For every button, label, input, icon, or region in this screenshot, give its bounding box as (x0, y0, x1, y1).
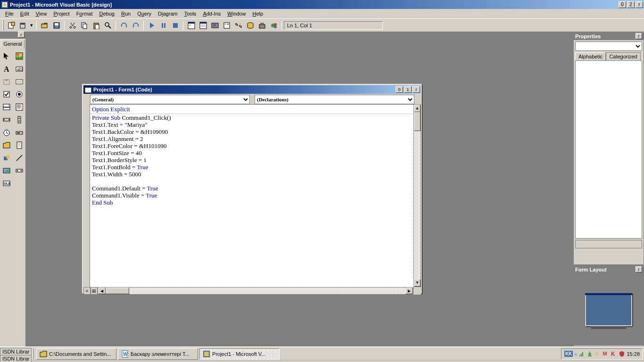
tray-m-icon[interactable]: M (603, 351, 609, 357)
copy-button[interactable] (79, 20, 90, 31)
object-combo[interactable]: (General) (90, 95, 250, 104)
tool-line[interactable] (13, 151, 25, 164)
code-editor[interactable]: Option Explicit Private Sub Command1_Cli… (90, 104, 413, 287)
tool-shape[interactable] (0, 151, 13, 164)
minimize-button[interactable]: 0 (619, 1, 626, 8)
tool-filebox[interactable] (13, 139, 25, 151)
menu-query[interactable]: Query (134, 10, 155, 17)
object-browser-button[interactable] (221, 20, 232, 31)
msdn-tab-1[interactable]: ISDN Librar (0, 348, 32, 355)
tray-signal-icon[interactable] (578, 351, 585, 357)
menu-run[interactable]: Run (118, 10, 134, 17)
hscroll-thumb[interactable] (106, 288, 129, 294)
msdn-tab-2[interactable]: ISDN Librar (0, 355, 32, 362)
tray-clock[interactable]: 15:28 (627, 351, 640, 357)
tool-picturebox[interactable] (13, 49, 25, 62)
open-button[interactable] (39, 20, 50, 31)
toolbox-close-button[interactable]: r (18, 32, 25, 38)
cut-button[interactable] (67, 20, 78, 31)
run-button[interactable] (146, 20, 157, 31)
tool-optionbutton[interactable] (13, 88, 25, 100)
tray-chevron-icon[interactable]: « (574, 351, 577, 357)
scroll-right-button[interactable]: ▶ (405, 288, 413, 294)
procedure-combo[interactable]: (Declarations) (255, 95, 414, 104)
taskbar-item[interactable]: C:\Documents and Settin... (36, 348, 116, 360)
tab-categorized[interactable]: Categorized (606, 52, 640, 60)
properties-window-button[interactable] (198, 20, 208, 31)
code-maximize-button[interactable]: 1 (404, 86, 412, 93)
tool-listbox[interactable] (13, 100, 25, 113)
scroll-down-button[interactable]: ▼ (414, 279, 421, 287)
scroll-thumb[interactable] (414, 112, 421, 131)
menu-diagram[interactable]: Diagram (155, 10, 181, 17)
tool-commandbutton[interactable] (13, 75, 25, 88)
redo-button[interactable] (130, 20, 141, 31)
tool-ole[interactable]: OLE (0, 177, 13, 189)
add-item-dropdown[interactable]: ▾ (29, 20, 34, 31)
new-project-button[interactable] (6, 20, 17, 31)
tool-hscrollbar[interactable] (0, 113, 13, 126)
code-close-button[interactable]: r (413, 86, 420, 93)
undo-button[interactable] (118, 20, 129, 31)
save-button[interactable] (51, 20, 62, 31)
menu-edit[interactable]: Edit (17, 10, 33, 17)
full-view-button[interactable]: ▤ (91, 287, 98, 295)
component-manager-button[interactable] (256, 20, 267, 31)
menu-debug[interactable]: Debug (96, 10, 117, 17)
code-vscrollbar[interactable]: ▲ ▼ (413, 104, 421, 287)
menu-file[interactable]: File (2, 10, 17, 17)
data-view-button[interactable] (245, 20, 256, 31)
paste-button[interactable] (91, 20, 101, 31)
taskbar-item[interactable]: Project1 - Microsoft V... (199, 348, 280, 360)
menu-view[interactable]: View (33, 10, 50, 17)
code-window-titlebar[interactable]: Project1 - Form1 (Code) 0 1 r (83, 85, 421, 94)
menu-project[interactable]: Project (50, 10, 73, 17)
tool-drivebox[interactable] (13, 126, 25, 139)
language-indicator[interactable]: KK (564, 351, 573, 357)
toolbox-tab-general[interactable]: General (1, 40, 25, 49)
menu-window[interactable]: Window (224, 10, 249, 17)
tool-checkbox[interactable] (0, 88, 13, 100)
tool-pointer[interactable] (0, 49, 13, 62)
properties-close-button[interactable]: r (636, 33, 642, 39)
close-button[interactable]: r (636, 1, 643, 8)
tool-image[interactable] (0, 164, 13, 177)
tool-textbox[interactable]: ab| (13, 62, 25, 75)
find-button[interactable] (102, 20, 113, 31)
add-item-button[interactable] (17, 20, 28, 31)
tool-label[interactable]: A (0, 62, 13, 75)
project-explorer-button[interactable] (186, 20, 197, 31)
menu-tools[interactable]: Tools (181, 10, 200, 17)
tool-frame[interactable]: xy (0, 75, 13, 88)
properties-object-combo[interactable] (575, 41, 642, 51)
tool-vscrollbar[interactable] (13, 113, 25, 126)
code-hscrollbar[interactable]: ◀ ▶ (98, 287, 413, 295)
menu-help[interactable]: Help (249, 10, 266, 17)
pause-button[interactable] (158, 20, 169, 31)
form-layout-close-button[interactable]: r (636, 266, 642, 272)
toolbox-button[interactable] (233, 20, 244, 31)
tool-combobox[interactable] (0, 100, 13, 113)
procedure-view-button[interactable]: ≡ (83, 287, 91, 295)
menu-addins[interactable]: Add-Ins (199, 10, 224, 17)
tray-k-icon[interactable]: K (611, 351, 617, 357)
tray-shield-icon[interactable] (619, 351, 625, 357)
taskbar-item[interactable]: WБаскару элементтері Т... (118, 348, 198, 360)
form-layout-body[interactable] (574, 273, 644, 346)
tool-timer[interactable] (0, 126, 13, 139)
restore-button[interactable]: 2 (627, 1, 635, 8)
form-layout-preview[interactable] (585, 293, 632, 326)
tray-a-icon[interactable]: A (594, 351, 601, 357)
menu-format[interactable]: Format (73, 10, 96, 17)
quicklaunch-grip[interactable] (32, 349, 33, 359)
tool-data[interactable] (13, 164, 25, 177)
vb-component-button[interactable] (268, 20, 279, 31)
scroll-left-button[interactable]: ◀ (98, 288, 106, 294)
properties-list[interactable] (575, 60, 642, 239)
stop-button[interactable] (170, 20, 181, 31)
tool-dirbox[interactable] (0, 139, 13, 151)
form-layout-button[interactable] (209, 20, 220, 31)
toolbar-grip[interactable] (2, 20, 4, 31)
code-minimize-button[interactable]: 0 (396, 86, 403, 93)
tab-alphabetic[interactable]: Alphabetic (575, 52, 606, 60)
